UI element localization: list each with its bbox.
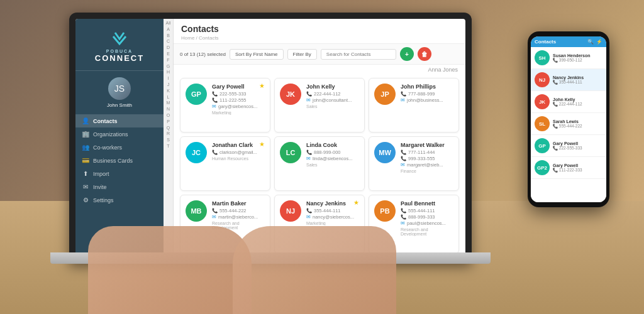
contact-card[interactable]: LC Linda Cook 📞888-999-000 ✉linda@sieben… [274,136,365,191]
alpha-letter-t[interactable]: T [167,143,169,149]
alpha-letter-n[interactable]: N [167,106,170,112]
contact-phone1: 📞222-555-333 [212,91,265,97]
phone-search-icon[interactable]: 🔍 [587,39,594,45]
alpha-letter-b[interactable]: B [167,33,170,39]
phone-contact-item[interactable]: GP Gary Powell 📞 222-555-333 [531,135,606,157]
contacts-panel: Contacts Home / Contacts 0 of 13 (12) se… [174,19,465,257]
sidebar-item-invite[interactable]: ✉Invite [75,180,164,193]
nav-icon: ⬆ [82,170,89,177]
contact-tag: Marketing [306,221,359,225]
alpha-letter-k[interactable]: K [167,88,170,94]
phone-filter-icon[interactable]: ⚡ [596,39,602,45]
alpha-letter-p[interactable]: P [167,119,170,125]
contact-card[interactable]: JC Jonathan Clark 📞clarkson@gmail... Hum… [180,136,270,191]
nav-icon: 👥 [82,144,89,151]
alpha-letter-e[interactable]: E [167,51,170,57]
filter-button[interactable]: Filter By [287,49,317,60]
contact-name: Paul Bennett [401,200,453,207]
alpha-letter-j[interactable]: J [167,82,170,88]
phone-header-icons: 🔍 ⚡ [587,39,602,45]
contact-phone1: 📞222-444-112 [306,91,359,97]
sort-button[interactable]: Sort By First Name [230,49,284,60]
sidebar-item-settings[interactable]: ⚙Settings [75,193,164,207]
phone-contact-info: Gary Powell 📞 111-222-333 [553,163,602,173]
user-avatar: JS [108,77,131,100]
phone-icon: 📞 [306,91,312,97]
add-contact-button[interactable]: + [400,47,414,61]
phone-contact-list[interactable]: SH Susan Henderson 📞 399-050-112 NJ Nanc… [531,47,606,202]
star-icon[interactable]: ★ [259,141,265,148]
contact-avatar: JK [280,84,301,105]
sidebar-item-import[interactable]: ⬆Import [75,167,164,180]
contact-phone1: 📞355-444-111 [306,208,359,214]
phone-contact-name: Gary Powell [553,163,602,168]
alpha-letter-a[interactable]: A [167,26,170,33]
alpha-letter-s[interactable]: S [167,137,170,143]
alpha-letter-g[interactable]: G [167,63,170,70]
contact-card[interactable]: GP Gary Powell 📞222-555-333 📞111-222-555… [180,78,270,133]
mobile-phone: Contacts 🔍 ⚡ SH Susan Henderson 📞 399-05… [528,31,609,207]
contact-tag: Research and Development [212,221,265,230]
contact-info: Linda Cook 📞888-999-000 ✉linda@siebencos… [306,142,359,167]
nav-icon: ✉ [82,183,89,190]
contact-card[interactable]: JP John Phillips 📞777-888-999 ✉john@busi… [369,78,459,133]
contact-avatar: MW [374,142,396,163]
contact-name: Nancy Jenkins [306,200,359,207]
contact-avatar: PB [374,200,396,222]
alpha-letter-o[interactable]: O [167,112,170,119]
alpha-letter-all[interactable]: All [166,20,171,26]
brand-pobuca: POBUCA [106,49,133,53]
contacts-header: Contacts Home / Contacts [174,19,465,44]
contact-tag: Research and Development [401,227,453,236]
sidebar-item-co-workers[interactable]: 👥Co-workers [75,141,164,154]
contact-name: John Phillips [401,84,453,90]
alpha-index[interactable]: AllABCDEFGHIJKLMNOPQRST [164,19,174,257]
username-label: John Smith [107,102,132,108]
alpha-letter-q[interactable]: Q [167,125,170,131]
alpha-letter-d[interactable]: D [167,45,170,51]
brand-logo: POBUCA CONNECT [75,25,164,71]
alpha-letter-h[interactable]: H [167,69,170,75]
phone-avatar: SL [535,116,550,131]
breadcrumb-current: Contacts [199,35,219,41]
star-icon[interactable]: ★ [353,199,359,206]
alpha-letter-f[interactable]: F [167,57,169,63]
alpha-letter-i[interactable]: I [168,75,169,82]
sidebar-item-contacts[interactable]: 👤Contacts [75,114,164,127]
phone-icon: 📞 [306,208,312,214]
contact-phone2: 📞888-999-333 [401,214,453,220]
contact-card[interactable]: MB Martin Baker 📞555-444-222 ✉martin@sie… [180,195,270,254]
phone-contact-item[interactable]: NJ Nancy Jenkins 📞 355-444-111 [531,69,606,91]
delete-button[interactable]: 🗑 [418,47,431,61]
alpha-letter-m[interactable]: M [167,100,170,106]
contact-card[interactable]: MW Margaret Walker 📞777-111-444 📞999-333… [369,136,459,191]
phone-contact-item[interactable]: GP2 Gary Powell 📞 111-222-333 [531,157,606,179]
contact-card[interactable]: PB Paul Bennett 📞555-444-111 📞888-999-33… [369,195,459,254]
star-icon[interactable]: ★ [259,82,265,89]
phone-contact-item[interactable]: SH Susan Henderson 📞 399-050-112 [531,47,606,69]
phone-contact-phone: 📞 222-444-112 [553,102,602,107]
contact-card[interactable]: NJ Nancy Jenkins 📞355-444-111 ✉nancy@sie… [274,195,365,254]
contact-card[interactable]: JK John Kelly 📞222-444-112 ✉john@consult… [274,78,365,133]
sidebar-item-organizations[interactable]: 🏢Organizations [75,127,164,141]
alpha-letter-c[interactable]: C [167,38,170,45]
phone-contact-item[interactable]: JK John Kelly 📞 222-444-112 [531,91,606,113]
contact-avatar: GP [186,84,207,105]
phone-icon: 📞 [212,91,218,97]
contact-tag: Marketing [212,111,265,115]
alpha-letter-l[interactable]: L [167,94,170,100]
sidebar-item-business-cards[interactable]: 💳Business Cards [75,154,164,167]
search-input[interactable] [321,49,396,60]
alpha-letter-r[interactable]: R [167,131,170,137]
nav-icon: 🏢 [82,131,89,138]
contact-avatar: JP [374,84,396,105]
laptop-screen: POBUCA CONNECT JS John Smith 👤Contacts🏢O… [75,19,465,257]
logo-icon [110,30,129,48]
nav-label: Settings [93,197,114,203]
nav-label: Business Cards [93,158,133,164]
contact-avatar: MB [186,200,207,222]
phone-body: Contacts 🔍 ⚡ SH Susan Henderson 📞 399-05… [528,31,609,207]
phone-contact-item[interactable]: SL Sarah Lewis 📞 555-444-222 [531,113,606,135]
breadcrumb-home[interactable]: Home [181,35,194,41]
phone-screen: Contacts 🔍 ⚡ SH Susan Henderson 📞 399-05… [531,36,606,202]
